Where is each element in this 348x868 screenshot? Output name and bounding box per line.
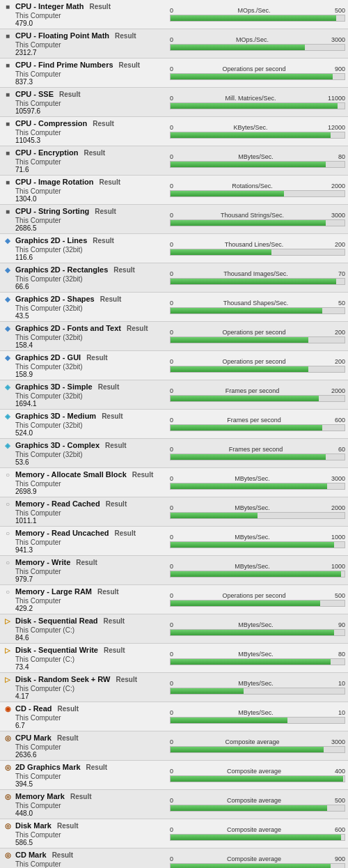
sub-label: This Computer	[3, 773, 164, 780]
scale-min: 0	[170, 153, 173, 160]
scale-unit: MBytes/Sec.	[238, 709, 274, 716]
bar-fill	[171, 718, 287, 723]
test-name: ◎ CPU Mark Result	[3, 733, 164, 743]
right-cell: 0 MOps./Sec. 3000	[167, 29, 348, 58]
bar-fill	[171, 776, 343, 782]
right-cell: 0 Operations per second 900	[167, 59, 348, 87]
scale-min: 0	[170, 680, 173, 687]
scale-min: 0	[170, 212, 173, 219]
scale-label: 0 Operations per second 200	[170, 329, 345, 336]
bar-container	[170, 424, 345, 431]
scale-label: 0 MBytes/Sec. 80	[170, 651, 345, 658]
bar-container	[170, 629, 345, 636]
bar-container	[170, 775, 345, 782]
bar-fill	[171, 630, 334, 635]
scale-label: 0 MBytes/Sec. 10	[170, 709, 345, 716]
scale-min: 0	[170, 797, 173, 804]
scale-min: 0	[170, 417, 173, 424]
scale-min: 0	[170, 7, 173, 14]
table-row: ◎ CD Mark Result This Computer 825.3 0 C…	[0, 848, 348, 868]
scale-unit: MBytes/Sec.	[238, 651, 274, 658]
bar-container	[170, 278, 345, 285]
bar-container	[170, 219, 345, 226]
result-label: Result	[100, 295, 122, 303]
sub-label: This Computer	[3, 860, 164, 868]
result-label: Result	[57, 734, 79, 742]
scale-max: 2000	[331, 387, 345, 394]
scale-max: 500	[335, 797, 345, 804]
right-cell: 0 Thousand Images/Sec. 70	[167, 263, 348, 292]
right-cell: 0 Operations per second 200	[167, 351, 348, 380]
bar-container	[170, 571, 345, 578]
sub-label: This Computer (C:)	[3, 685, 164, 692]
disk-icon: ▷	[3, 616, 13, 626]
gpu-icon: ◆	[3, 294, 13, 304]
bar-container	[170, 454, 345, 460]
test-name: ○ Memory - Read Cached Result	[3, 499, 164, 509]
scale-unit: MBytes/Sec.	[235, 475, 270, 482]
test-name: ▷ Disk - Sequential Write Result	[3, 645, 164, 655]
name-text: Memory Mark	[15, 792, 65, 800]
score-value: 11045.3	[3, 137, 164, 144]
test-name: ◈ Graphics 3D - Medium Result	[3, 411, 164, 421]
mem-icon: ○	[3, 470, 13, 479]
benchmark-table: ■ CPU - Integer Math Result This Compute…	[0, 0, 348, 868]
bar-fill	[171, 132, 331, 138]
bar-fill	[171, 835, 341, 840]
sub-label: This Computer (C:)	[3, 626, 164, 634]
right-cell: 0 MBytes/Sec. 80	[167, 146, 348, 175]
result-label: Result	[84, 149, 105, 157]
bar-fill	[171, 220, 326, 226]
test-name: ◆ Graphics 2D - Rectangles Result	[3, 265, 164, 274]
test-name: ■ CPU - SSE Result	[3, 89, 164, 99]
mem-icon: ○	[3, 499, 13, 509]
scale-min: 0	[170, 65, 173, 72]
bar-fill	[171, 571, 341, 577]
right-cell: 0 KBytes/Sec. 12000	[167, 117, 348, 146]
table-row: ◎ Disk Mark Result This Computer 586.5 0…	[0, 819, 348, 848]
name-text: Memory - Allocate Small Block	[15, 470, 127, 479]
scale-max: 11000	[328, 95, 345, 102]
result-label: Result	[89, 3, 111, 10]
name-text: CD - Read	[15, 704, 52, 713]
sub-label: This Computer	[3, 70, 164, 78]
score-value: 53.6	[3, 458, 164, 466]
result-label: Result	[86, 764, 108, 771]
bar-container	[170, 190, 345, 197]
scale-unit: MBytes/Sec.	[235, 534, 270, 541]
right-cell: 0 Frames per second 2000	[167, 380, 348, 409]
scale-unit: Thousand Lines/Sec.	[225, 241, 284, 248]
right-cell: 0 MBytes/Sec. 90	[167, 614, 348, 643]
table-row: ▷ Disk - Sequential Write Result This Co…	[0, 644, 348, 673]
table-row: ◆ Graphics 2D - Shapes Result This Compu…	[0, 293, 348, 322]
left-cell: ■ CPU - Floating Point Math Result This …	[0, 29, 167, 58]
sub-label: This Computer	[3, 158, 164, 166]
scale-label: 0 KBytes/Sec. 12000	[170, 124, 345, 131]
scale-max: 10	[338, 709, 345, 716]
test-name: ◆ Graphics 2D - Lines Result	[3, 235, 164, 245]
cpu-icon: ■	[3, 89, 13, 99]
left-cell: ◎ CD Mark Result This Computer 825.3	[0, 848, 167, 868]
cpu-icon: ■	[3, 31, 13, 40]
table-row: ◈ Graphics 3D - Complex Result This Comp…	[0, 439, 348, 468]
result-label: Result	[97, 588, 119, 596]
scale-unit: MBytes/Sec.	[238, 621, 274, 628]
scale-label: 0 Thousand Lines/Sec. 200	[170, 241, 345, 248]
scale-min: 0	[170, 300, 173, 307]
test-name: ■ CPU - Encryption Result	[3, 148, 164, 157]
table-row: ○ Memory - Allocate Small Block Result T…	[0, 468, 348, 497]
bar-container	[170, 44, 345, 51]
test-name: ○ Memory - Write Result	[3, 557, 164, 567]
scale-label: 0 Thousand Images/Sec. 70	[170, 270, 345, 277]
scale-max: 500	[335, 7, 345, 14]
bar-fill	[171, 425, 322, 431]
scale-min: 0	[170, 768, 173, 775]
scale-max: 3000	[331, 212, 345, 219]
bar-fill	[171, 454, 326, 460]
score-value: 43.5	[3, 312, 164, 320]
bar-fill	[171, 396, 319, 401]
score-value: 1694.1	[3, 400, 164, 408]
cd-icon: ◉	[3, 704, 13, 713]
mark-icon: ◎	[3, 821, 13, 830]
scale-unit: MOps./Sec.	[236, 36, 269, 43]
